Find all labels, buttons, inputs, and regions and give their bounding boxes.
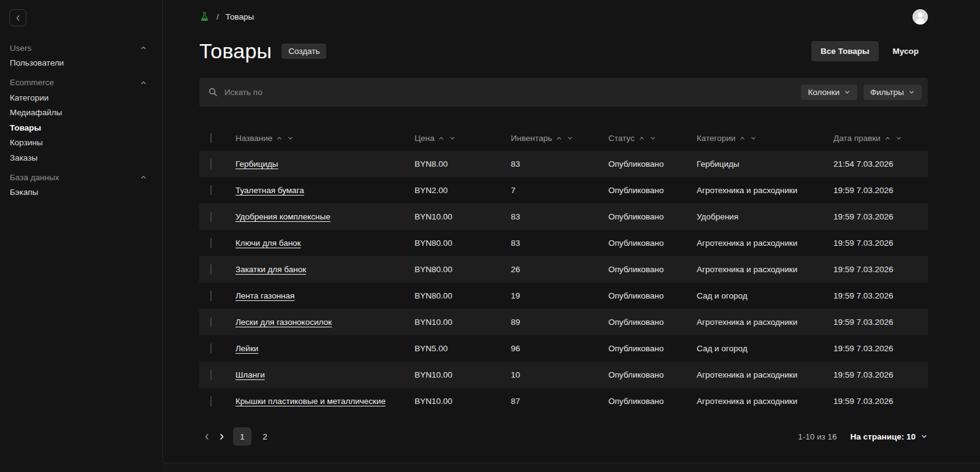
product-name-link[interactable]: Гербициды	[235, 159, 278, 169]
per-page-selector[interactable]: На странице: 10	[851, 432, 928, 441]
sidebar-item-bekapy[interactable]: Бэкапы	[0, 185, 163, 200]
chevron-left-icon	[203, 433, 211, 441]
tab-trash[interactable]: Мусор	[884, 41, 928, 61]
product-inventory: 83	[511, 212, 608, 221]
product-category: Сад и огород	[697, 291, 833, 300]
sidebar-item-kategorii[interactable]: Категории	[0, 91, 163, 106]
row-checkbox[interactable]	[210, 343, 212, 354]
sort-asc-icon[interactable]	[276, 135, 283, 142]
tab-all-products[interactable]: Все Товары	[811, 41, 879, 61]
prev-page-button[interactable]	[199, 427, 214, 446]
row-checkbox[interactable]	[210, 159, 212, 169]
pagination-range: 1-10 из 16	[798, 432, 836, 441]
search-input[interactable]	[224, 88, 795, 97]
sort-desc-icon[interactable]	[567, 135, 573, 142]
product-inventory: 7	[511, 186, 608, 195]
sidebar-item-tovary[interactable]: Товары	[0, 121, 163, 136]
sort-asc-icon[interactable]	[556, 135, 562, 142]
columns-button[interactable]: Колонки	[801, 85, 857, 100]
product-name-link[interactable]: Шланги	[235, 370, 265, 379]
sort-asc-icon[interactable]	[638, 135, 645, 142]
product-inventory: 87	[511, 397, 608, 406]
product-inventory: 83	[511, 238, 608, 248]
filters-button[interactable]: Фильтры	[863, 85, 922, 100]
product-name-link[interactable]: Ключи для банок	[235, 238, 301, 248]
sidebar-group-database[interactable]: База данных	[0, 169, 163, 185]
sort-desc-icon[interactable]	[895, 135, 902, 142]
product-status: Опубликовано	[608, 159, 697, 169]
row-checkbox[interactable]	[210, 185, 212, 196]
product-category: Агротехника и расходники	[697, 238, 833, 248]
product-price: BYN10.00	[415, 397, 511, 406]
product-updated: 19:59 7.03.2026	[833, 212, 928, 221]
column-header-status[interactable]: Статус	[608, 134, 635, 143]
column-header-updated[interactable]: Дата правки	[833, 134, 881, 143]
sort-asc-icon[interactable]	[884, 135, 891, 142]
sidebar-item-mediafaily[interactable]: Медиафайлы	[0, 105, 163, 121]
main-content: / Товары Товары Создать Все Товары Мусор	[163, 0, 980, 472]
product-name-link[interactable]: Крышки пластиковые и металлические	[235, 397, 386, 406]
product-name-link[interactable]: Туалетная бумага	[235, 186, 304, 195]
row-checkbox[interactable]	[210, 238, 212, 248]
product-status: Опубликовано	[608, 318, 697, 327]
product-inventory: 19	[511, 291, 608, 300]
product-price: BYN80.00	[415, 238, 511, 248]
sort-asc-icon[interactable]	[739, 135, 746, 142]
row-checkbox[interactable]	[210, 317, 212, 327]
chevron-up-icon	[140, 79, 147, 86]
row-checkbox[interactable]	[210, 211, 212, 222]
chevron-left-icon	[14, 14, 22, 22]
sort-desc-icon[interactable]	[750, 135, 757, 142]
table-row: Закатки для банок BYN80.00 26 Опубликова…	[199, 256, 928, 283]
next-page-button[interactable]	[214, 427, 229, 446]
product-name-link[interactable]: Удобрения комплексные	[235, 212, 331, 221]
sort-asc-icon[interactable]	[438, 135, 445, 142]
product-name-link[interactable]: Лента газонная	[235, 291, 294, 300]
product-category: Удобрения	[697, 212, 833, 221]
row-checkbox[interactable]	[210, 264, 212, 275]
sort-desc-icon[interactable]	[449, 135, 456, 142]
sidebar-group-users[interactable]: Users	[0, 40, 163, 56]
column-header-categories[interactable]: Категории	[697, 134, 735, 143]
row-checkbox[interactable]	[210, 370, 212, 380]
row-checkbox[interactable]	[210, 291, 212, 301]
product-inventory: 26	[511, 265, 608, 274]
product-updated: 19:59 7.03.2026	[833, 238, 928, 248]
product-name-link[interactable]: Лески для газонокосилок	[235, 318, 332, 327]
create-button[interactable]: Создать	[281, 44, 326, 59]
product-name-link[interactable]: Закатки для банок	[235, 265, 306, 274]
row-checkbox[interactable]	[210, 396, 212, 406]
column-header-inventory[interactable]: Инвентарь	[511, 134, 552, 143]
page-button-2[interactable]: 2	[256, 427, 274, 446]
product-category: Агротехника и расходники	[697, 318, 833, 327]
sort-desc-icon[interactable]	[649, 135, 656, 142]
footer-strip	[163, 463, 980, 472]
product-updated: 21:54 7.03.2026	[833, 159, 928, 169]
sidebar-group-ecommerce[interactable]: Ecommerce	[0, 75, 163, 91]
sidebar-item-zakazy[interactable]: Заказы	[0, 151, 163, 166]
product-updated: 19:59 7.03.2026	[833, 186, 928, 195]
avatar[interactable]	[913, 9, 928, 25]
table-row: Лески для газонокосилок BYN10.00 89 Опуб…	[199, 309, 928, 335]
chevron-down-icon	[921, 433, 928, 440]
product-price: BYN2.00	[415, 186, 511, 195]
chevron-down-icon	[844, 89, 851, 96]
product-category: Агротехника и расходники	[697, 397, 833, 406]
sidebar-item-korziny[interactable]: Корзины	[0, 135, 163, 151]
sidebar-item-polzovateli[interactable]: Пользователи	[0, 56, 163, 71]
column-header-name[interactable]: Название	[235, 134, 272, 143]
product-price: BYN80.00	[415, 291, 511, 300]
breadcrumb-current[interactable]: Товары	[226, 12, 254, 21]
select-all-checkbox[interactable]	[210, 133, 212, 143]
column-header-price[interactable]: Цена	[415, 134, 434, 143]
app-window: Users Пользователи Ecommerce Категории М…	[0, 0, 980, 472]
collapse-sidebar-button[interactable]	[9, 9, 26, 26]
product-price: BYN5.00	[415, 344, 511, 353]
page-button-1[interactable]: 1	[233, 427, 251, 446]
logo-icon[interactable]	[199, 12, 210, 22]
product-status: Опубликовано	[608, 370, 697, 379]
sort-desc-icon[interactable]	[287, 135, 294, 142]
product-updated: 19:59 7.03.2026	[833, 370, 928, 379]
product-name-link[interactable]: Лейки	[235, 344, 258, 353]
product-status: Опубликовано	[608, 344, 697, 353]
